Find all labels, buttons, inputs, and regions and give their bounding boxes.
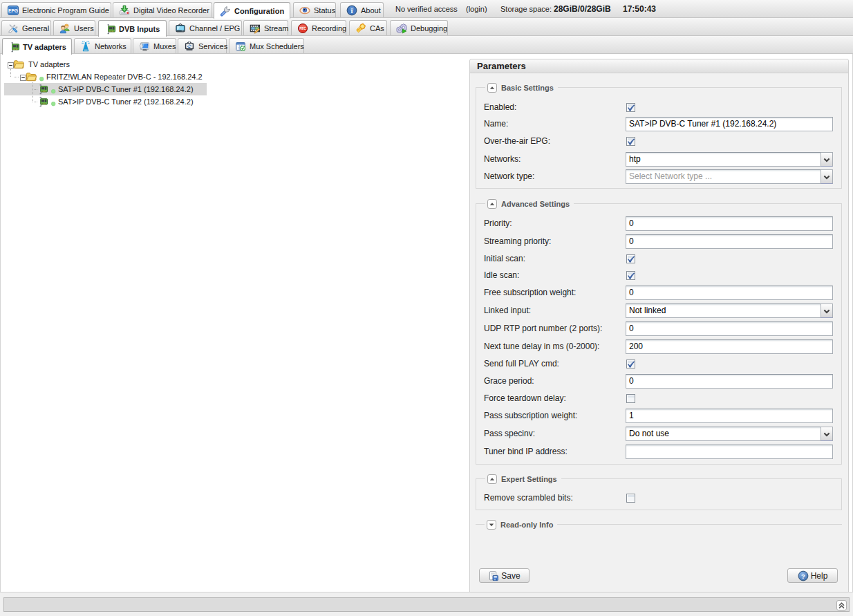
svg-text:REC: REC bbox=[299, 27, 306, 30]
svg-text:?: ? bbox=[801, 572, 805, 579]
svg-text:i: i bbox=[351, 7, 353, 15]
svg-text:EPG: EPG bbox=[8, 8, 18, 12]
